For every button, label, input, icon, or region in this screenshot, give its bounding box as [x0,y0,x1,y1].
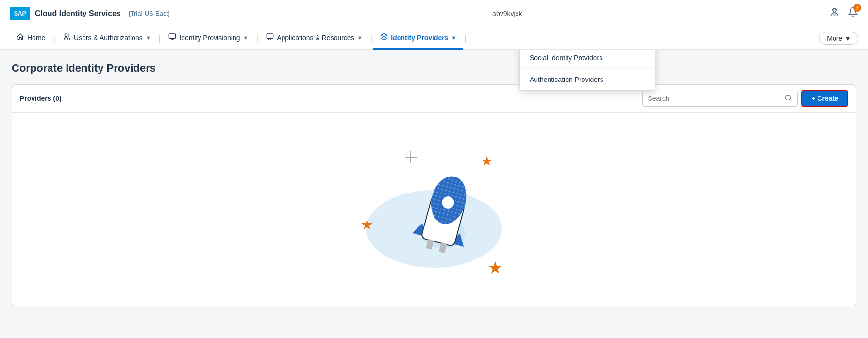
nav-provisioning[interactable]: Identity Provisioning ▼ [162,27,255,50]
identity-providers-chevron-icon[interactable]: ▼ [451,35,457,41]
svg-line-9 [790,99,791,101]
svg-point-8 [785,95,791,100]
identity-providers-label: Identity Providers [391,34,448,42]
app-header: SAP Cloud Identity Services [Trial-US-Ea… [0,0,868,27]
create-button[interactable]: + Create [801,90,848,107]
home-icon [17,33,24,42]
users-icon [63,33,71,42]
tenant-id: abv9kvjxk [492,10,522,17]
star-icon-1 [482,156,492,167]
users-label: Users & Authorizations [74,34,143,42]
sap-logo: SAP [10,7,30,20]
provisioning-icon [168,33,176,42]
provisioning-label: Identity Provisioning [179,34,240,42]
search-input[interactable] [648,95,785,102]
notification-badge: 7 [853,4,861,12]
nav-identity-providers[interactable]: Identity Providers ▼ [373,27,463,50]
applications-icon [266,33,274,42]
social-idp-label: Social Identity Providers [530,54,602,62]
rocket-scene [356,142,512,277]
separator-3: | [256,33,258,44]
notification-icon[interactable]: 7 [848,7,858,20]
separator-1: | [53,33,55,44]
users-chevron-icon: ▼ [146,35,151,41]
search-box [642,91,798,107]
svg-rect-4 [169,34,176,38]
search-icon [785,94,792,103]
empty-state-illustration [337,122,531,297]
providers-count: Providers (0) [20,95,62,102]
nav-home[interactable]: Home [10,27,52,50]
separator-5: | [464,33,467,44]
user-icon[interactable] [829,7,840,20]
toolbar-right: + Create [642,90,848,107]
home-label: Home [27,34,45,42]
nav-users[interactable]: Users & Authorizations ▼ [56,27,158,50]
create-label: + Create [811,95,838,102]
svg-point-3 [65,34,67,36]
more-label: More [827,34,842,42]
main-navbar: Home | Users & Authorizations ▼ | Identi… [0,27,868,50]
header-center: abv9kvjxk [185,10,829,17]
more-chevron-icon: ▼ [844,34,851,42]
providers-toolbar: Providers (0) + Create [12,84,856,113]
applications-chevron-icon: ▼ [357,35,363,41]
content-area [12,113,856,306]
app-title: Cloud Identity Services [35,9,121,18]
logo-area: SAP Cloud Identity Services [Trial-US-Ea… [10,7,170,20]
nav-applications[interactable]: Applications & Resources ▼ [259,27,369,50]
provisioning-chevron-icon: ▼ [243,35,249,41]
authentication-providers-label: Authentication Providers [530,76,603,83]
separator-4: | [370,33,373,44]
svg-rect-2 [833,13,836,16]
header-right: 7 [829,7,858,20]
separator-2: | [159,33,161,44]
page-container: Corporate Identity Providers Providers (… [0,50,868,338]
svg-point-1 [833,9,836,12]
identity-providers-icon [380,33,388,42]
more-button[interactable]: More ▼ [819,32,858,45]
applications-label: Applications & Resources [277,34,354,42]
app-env: [Trial-US-East] [129,10,170,17]
page-title: Corporate Identity Providers [12,62,856,75]
star-icon-3 [488,261,502,275]
dropdown-item-authentication[interactable]: Authentication Providers [520,69,655,90]
rocket-svg [385,156,483,263]
svg-rect-7 [267,34,273,38]
